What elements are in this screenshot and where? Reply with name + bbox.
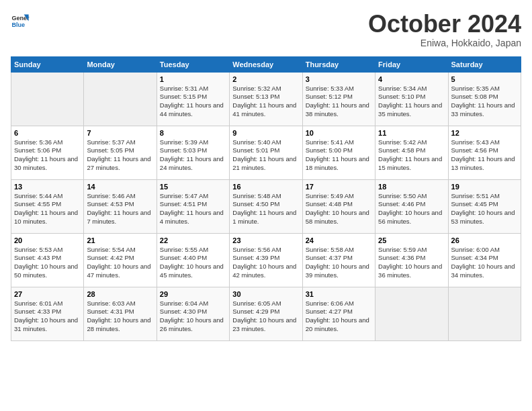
header-cell-thursday: Thursday <box>302 56 375 72</box>
day-number: 8 <box>160 129 226 137</box>
day-info: Sunrise: 5:58 AM Sunset: 4:37 PM Dayligh… <box>306 246 372 280</box>
calendar-cell: 21Sunrise: 5:54 AM Sunset: 4:42 PM Dayli… <box>84 233 157 287</box>
day-info: Sunrise: 5:59 AM Sunset: 4:36 PM Dayligh… <box>378 246 445 280</box>
day-info: Sunrise: 5:36 AM Sunset: 5:06 PM Dayligh… <box>14 138 81 173</box>
calendar-cell <box>84 72 157 126</box>
day-number: 14 <box>87 183 153 191</box>
day-info: Sunrise: 5:48 AM Sunset: 4:50 PM Dayligh… <box>232 192 299 226</box>
calendar-week-row: 6Sunrise: 5:36 AM Sunset: 5:06 PM Daylig… <box>11 126 521 179</box>
day-number: 5 <box>451 75 518 83</box>
calendar-cell: 16Sunrise: 5:48 AM Sunset: 4:50 PM Dayli… <box>230 179 302 233</box>
header-cell-monday: Monday <box>84 56 157 72</box>
calendar-cell: 7Sunrise: 5:37 AM Sunset: 5:05 PM Daylig… <box>84 126 157 179</box>
calendar-cell: 8Sunrise: 5:39 AM Sunset: 5:03 PM Daylig… <box>157 126 229 179</box>
logo: General Blue <box>11 11 30 30</box>
header-cell-tuesday: Tuesday <box>157 56 229 72</box>
calendar-cell <box>448 287 521 340</box>
calendar-cell: 26Sunrise: 6:00 AM Sunset: 4:34 PM Dayli… <box>448 233 521 287</box>
calendar-cell: 2Sunrise: 5:32 AM Sunset: 5:13 PM Daylig… <box>230 72 302 126</box>
day-info: Sunrise: 5:35 AM Sunset: 5:08 PM Dayligh… <box>451 85 518 119</box>
calendar-cell: 29Sunrise: 6:04 AM Sunset: 4:30 PM Dayli… <box>157 287 229 340</box>
day-info: Sunrise: 6:00 AM Sunset: 4:34 PM Dayligh… <box>451 246 518 280</box>
calendar-cell: 24Sunrise: 5:58 AM Sunset: 4:37 PM Dayli… <box>302 233 375 287</box>
day-number: 26 <box>451 236 518 244</box>
day-info: Sunrise: 6:03 AM Sunset: 4:31 PM Dayligh… <box>87 300 153 334</box>
calendar-cell: 22Sunrise: 5:55 AM Sunset: 4:40 PM Dayli… <box>157 233 229 287</box>
calendar-cell: 20Sunrise: 5:53 AM Sunset: 4:43 PM Dayli… <box>11 233 84 287</box>
calendar-cell <box>11 72 84 126</box>
calendar-week-row: 20Sunrise: 5:53 AM Sunset: 4:43 PM Dayli… <box>11 233 521 287</box>
header-cell-friday: Friday <box>375 56 448 72</box>
calendar-cell: 11Sunrise: 5:42 AM Sunset: 4:58 PM Dayli… <box>375 126 448 179</box>
day-info: Sunrise: 5:49 AM Sunset: 4:48 PM Dayligh… <box>306 192 372 226</box>
day-info: Sunrise: 5:55 AM Sunset: 4:40 PM Dayligh… <box>160 246 226 280</box>
day-number: 30 <box>232 290 299 298</box>
calendar-week-row: 1Sunrise: 5:31 AM Sunset: 5:15 PM Daylig… <box>11 72 521 126</box>
day-number: 6 <box>14 129 81 137</box>
calendar-table: SundayMondayTuesdayWednesdayThursdayFrid… <box>11 56 521 341</box>
calendar-cell: 13Sunrise: 5:44 AM Sunset: 4:55 PM Dayli… <box>11 179 84 233</box>
day-number: 11 <box>378 129 445 137</box>
location-subtitle: Eniwa, Hokkaido, Japan <box>368 38 521 48</box>
calendar-cell: 15Sunrise: 5:47 AM Sunset: 4:51 PM Dayli… <box>157 179 229 233</box>
day-number: 2 <box>232 75 299 83</box>
header-cell-sunday: Sunday <box>11 56 84 72</box>
calendar-cell: 19Sunrise: 5:51 AM Sunset: 4:45 PM Dayli… <box>448 179 521 233</box>
day-info: Sunrise: 5:53 AM Sunset: 4:43 PM Dayligh… <box>14 246 81 280</box>
day-number: 21 <box>87 236 153 244</box>
day-info: Sunrise: 5:44 AM Sunset: 4:55 PM Dayligh… <box>14 192 81 226</box>
calendar-cell: 14Sunrise: 5:46 AM Sunset: 4:53 PM Dayli… <box>84 179 157 233</box>
day-number: 15 <box>160 183 226 191</box>
day-info: Sunrise: 6:01 AM Sunset: 4:33 PM Dayligh… <box>14 300 81 334</box>
calendar-header-row: SundayMondayTuesdayWednesdayThursdayFrid… <box>11 56 521 72</box>
day-info: Sunrise: 5:33 AM Sunset: 5:12 PM Dayligh… <box>306 85 372 119</box>
day-info: Sunrise: 5:42 AM Sunset: 4:58 PM Dayligh… <box>378 138 445 173</box>
day-info: Sunrise: 5:47 AM Sunset: 4:51 PM Dayligh… <box>160 192 226 226</box>
day-number: 18 <box>378 183 445 191</box>
calendar-cell: 1Sunrise: 5:31 AM Sunset: 5:15 PM Daylig… <box>157 72 229 126</box>
day-info: Sunrise: 5:46 AM Sunset: 4:53 PM Dayligh… <box>87 192 153 226</box>
day-info: Sunrise: 5:50 AM Sunset: 4:46 PM Dayligh… <box>378 192 445 226</box>
day-info: Sunrise: 6:06 AM Sunset: 4:27 PM Dayligh… <box>306 300 372 334</box>
day-number: 16 <box>232 183 299 191</box>
day-info: Sunrise: 5:37 AM Sunset: 5:05 PM Dayligh… <box>87 138 153 173</box>
day-number: 10 <box>306 129 372 137</box>
calendar-week-row: 13Sunrise: 5:44 AM Sunset: 4:55 PM Dayli… <box>11 179 521 233</box>
calendar-cell: 30Sunrise: 6:05 AM Sunset: 4:29 PM Dayli… <box>230 287 302 340</box>
day-number: 31 <box>306 290 372 298</box>
day-number: 13 <box>14 183 81 191</box>
calendar-cell: 3Sunrise: 5:33 AM Sunset: 5:12 PM Daylig… <box>302 72 375 126</box>
day-info: Sunrise: 5:31 AM Sunset: 5:15 PM Dayligh… <box>160 85 226 119</box>
day-info: Sunrise: 5:43 AM Sunset: 4:56 PM Dayligh… <box>451 138 518 173</box>
day-number: 28 <box>87 290 153 298</box>
day-number: 19 <box>451 183 518 191</box>
day-info: Sunrise: 5:32 AM Sunset: 5:13 PM Dayligh… <box>232 85 299 119</box>
day-number: 1 <box>160 75 226 83</box>
header-cell-saturday: Saturday <box>448 56 521 72</box>
calendar-cell: 31Sunrise: 6:06 AM Sunset: 4:27 PM Dayli… <box>302 287 375 340</box>
calendar-cell: 10Sunrise: 5:41 AM Sunset: 5:00 PM Dayli… <box>302 126 375 179</box>
calendar-cell: 18Sunrise: 5:50 AM Sunset: 4:46 PM Dayli… <box>375 179 448 233</box>
day-info: Sunrise: 5:40 AM Sunset: 5:01 PM Dayligh… <box>232 138 299 173</box>
logo-icon: General Blue <box>11 11 30 30</box>
day-info: Sunrise: 5:34 AM Sunset: 5:10 PM Dayligh… <box>378 85 445 119</box>
day-number: 9 <box>232 129 299 137</box>
day-number: 27 <box>14 290 81 298</box>
day-number: 20 <box>14 236 81 244</box>
day-number: 29 <box>160 290 226 298</box>
day-number: 4 <box>378 75 445 83</box>
month-title: October 2024 <box>368 11 521 38</box>
day-info: Sunrise: 5:51 AM Sunset: 4:45 PM Dayligh… <box>451 192 518 226</box>
calendar-week-row: 27Sunrise: 6:01 AM Sunset: 4:33 PM Dayli… <box>11 287 521 340</box>
day-number: 12 <box>451 129 518 137</box>
day-number: 7 <box>87 129 153 137</box>
calendar-cell: 28Sunrise: 6:03 AM Sunset: 4:31 PM Dayli… <box>84 287 157 340</box>
calendar-cell: 9Sunrise: 5:40 AM Sunset: 5:01 PM Daylig… <box>230 126 302 179</box>
header-cell-wednesday: Wednesday <box>230 56 302 72</box>
day-info: Sunrise: 5:56 AM Sunset: 4:39 PM Dayligh… <box>232 246 299 280</box>
day-number: 24 <box>306 236 372 244</box>
calendar-cell: 17Sunrise: 5:49 AM Sunset: 4:48 PM Dayli… <box>302 179 375 233</box>
day-info: Sunrise: 6:05 AM Sunset: 4:29 PM Dayligh… <box>232 300 299 334</box>
calendar-cell: 4Sunrise: 5:34 AM Sunset: 5:10 PM Daylig… <box>375 72 448 126</box>
calendar-cell: 12Sunrise: 5:43 AM Sunset: 4:56 PM Dayli… <box>448 126 521 179</box>
